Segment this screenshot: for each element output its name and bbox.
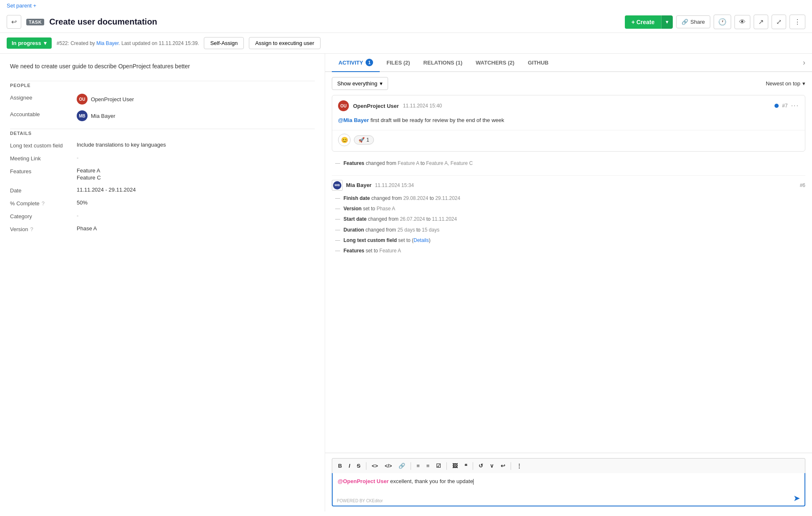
watch-button[interactable]: 👁 xyxy=(734,15,750,29)
tab-activity[interactable]: ACTIVITY 1 xyxy=(332,54,380,72)
details-link[interactable]: Details xyxy=(414,237,429,243)
main-layout: We need to create user guide to describe… xyxy=(0,54,812,511)
assignee-name: OpenProject User xyxy=(91,96,134,102)
comment-reactions: 😊 🚀 1 xyxy=(332,130,805,151)
text-cursor xyxy=(473,479,474,485)
history-dropdown-button[interactable]: ∨ xyxy=(487,461,496,471)
percent-help-icon[interactable]: ? xyxy=(42,200,45,207)
italic-button[interactable]: I xyxy=(346,461,353,471)
inline-code-button[interactable]: <> xyxy=(369,461,381,471)
creator-link[interactable]: Mia Bayer xyxy=(96,40,118,46)
header: ↩ TASK Create user documentation + Creat… xyxy=(0,11,812,33)
share-icon-button[interactable]: ↗ xyxy=(754,15,768,29)
image-button[interactable]: 🖼 xyxy=(450,461,460,471)
header-actions: + Create ▾ 🔗 Share 🕐 👁 ↗ ⤢ ⋮ xyxy=(625,15,805,29)
entry-time: 11.11.2024 15:34 xyxy=(375,182,414,188)
self-assign-button[interactable]: Self-Assign xyxy=(204,37,244,49)
create-button[interactable]: + Create xyxy=(625,15,662,29)
comment-number: #7 xyxy=(782,103,787,109)
undo-history-button[interactable]: ↺ xyxy=(476,461,486,471)
blockquote-button[interactable]: ❝ xyxy=(462,461,470,471)
code-block-button[interactable]: </> xyxy=(382,461,394,471)
fullscreen-button[interactable]: ⤢ xyxy=(772,15,786,29)
assign-exec-button[interactable]: Assign to executing user xyxy=(249,37,321,49)
comment-user: OpenProject User xyxy=(353,103,399,109)
entry-num: #6 xyxy=(800,182,805,188)
date-label: Date xyxy=(10,187,77,194)
share-button[interactable]: 🔗 Share xyxy=(676,15,710,28)
task-list-button[interactable]: ☑ xyxy=(434,461,444,471)
assignee-row: Assignee OU OpenProject User xyxy=(10,94,315,105)
meeting-link-label: Meeting Link xyxy=(10,155,77,162)
change-block-features: Features changed from Feature A to Featu… xyxy=(332,158,805,169)
newest-on-top-button[interactable]: Newest on top ▾ xyxy=(766,80,805,87)
composer-body[interactable]: @OpenProject User excellent, thank you f… xyxy=(332,473,805,506)
feature-a: Feature A xyxy=(77,167,101,174)
long-text-field-row: Long text custom field Include translati… xyxy=(10,142,315,149)
change-duration: Duration changed from 25 days to 15 days xyxy=(335,225,805,235)
accountable-row: Accountable MB Mia Bayer xyxy=(10,110,315,121)
add-emoji-button[interactable]: 😊 xyxy=(338,134,351,146)
tab-watchers[interactable]: WATCHERS (2) xyxy=(469,55,521,72)
back-button[interactable]: ↩ xyxy=(7,15,21,29)
separator-5 xyxy=(511,462,511,470)
separator-4 xyxy=(473,462,473,470)
separator-2 xyxy=(411,462,411,470)
long-text-value: Include translations to key languages xyxy=(77,142,166,148)
more-toolbar-button[interactable]: ⋮ xyxy=(514,461,524,471)
ordered-list-button[interactable]: ≡ xyxy=(424,461,432,471)
create-dropdown-button[interactable]: ▾ xyxy=(661,15,673,29)
task-badge: TASK xyxy=(26,19,44,25)
percent-complete-label: % Complete ? xyxy=(10,199,77,207)
entry-avatar: MB xyxy=(333,181,341,189)
comment-time: 11.11.2024 15:40 xyxy=(403,103,442,109)
entry-changes: Finish date changed from 29.08.2024 to 2… xyxy=(332,193,805,256)
powered-by: POWERED BY CKEditor xyxy=(337,499,383,503)
features-row: Features Feature A Feature C xyxy=(10,167,315,181)
version-help-icon[interactable]: ? xyxy=(30,226,33,232)
task-description: We need to create user guide to describe… xyxy=(10,62,315,71)
change-features: Features set to Feature A xyxy=(335,246,805,256)
comment-avatar: OU xyxy=(338,100,349,111)
left-panel: We need to create user guide to describe… xyxy=(0,54,325,511)
link-button[interactable]: 🔗 xyxy=(396,461,408,471)
sort-chevron-icon: ▾ xyxy=(802,80,805,87)
rocket-reaction[interactable]: 🚀 1 xyxy=(354,135,374,145)
features-label: Features xyxy=(10,167,77,174)
unread-indicator xyxy=(774,104,779,108)
tab-relations[interactable]: RELATIONS (1) xyxy=(417,55,469,72)
show-everything-button[interactable]: Show everything ▾ xyxy=(332,77,388,90)
comment-text: first draft will be ready for review by … xyxy=(369,117,504,123)
features-value: Feature A Feature C xyxy=(77,167,101,181)
date-row: Date 11.11.2024 - 29.11.2024 xyxy=(10,187,315,194)
meeting-link-value: - xyxy=(77,155,78,161)
send-button[interactable]: ➤ xyxy=(793,493,800,503)
assignee-value: OU OpenProject User xyxy=(77,94,134,105)
percent-complete-row: % Complete ? 50% xyxy=(10,199,315,207)
accountable-name: Mia Bayer xyxy=(91,113,115,119)
status-badge[interactable]: In progress ▾ xyxy=(7,37,52,49)
tabs-more-chevron[interactable]: › xyxy=(803,58,805,67)
accountable-label: Accountable xyxy=(10,110,77,117)
composer-text: @OpenProject User excellent, thank you f… xyxy=(338,477,799,486)
activity-feed: OU OpenProject User 11.11.2024 15:40 #7 … xyxy=(325,95,812,453)
task-info: #522: Created by Mia Bayer. Last updated… xyxy=(57,40,199,46)
strikethrough-button[interactable]: S xyxy=(354,461,363,471)
change-long-text: Long text custom field set to (Details) xyxy=(335,235,805,246)
tab-files[interactable]: FILES (2) xyxy=(380,55,416,72)
comment-more-button[interactable]: ··· xyxy=(791,102,799,110)
comment-header: OU OpenProject User 11.11.2024 15:40 #7 … xyxy=(332,95,805,115)
more-options-button[interactable]: ⋮ xyxy=(789,15,805,29)
undo-button[interactable]: ↩ xyxy=(498,461,508,471)
bullet-list-button[interactable]: ≡ xyxy=(414,461,422,471)
history-icon-button[interactable]: 🕐 xyxy=(714,15,731,29)
category-value: - xyxy=(77,212,78,219)
status-dropdown-icon: ▾ xyxy=(44,40,47,46)
comment-mention: @Mia Bayer xyxy=(338,117,369,123)
tab-github[interactable]: GITHUB xyxy=(521,55,555,72)
date-value: 11.11.2024 - 29.11.2024 xyxy=(77,187,136,193)
bold-button[interactable]: B xyxy=(336,461,344,471)
set-parent-link[interactable]: Set parent + xyxy=(7,2,36,9)
accountable-avatar: MB xyxy=(77,110,88,121)
assignee-label: Assignee xyxy=(10,94,77,101)
